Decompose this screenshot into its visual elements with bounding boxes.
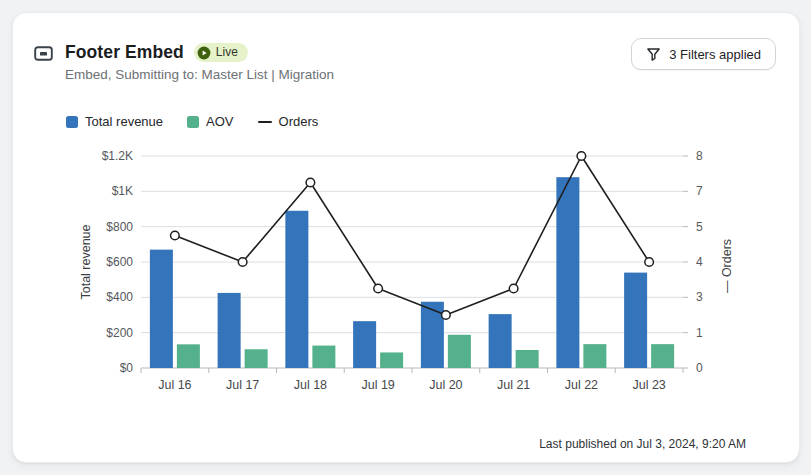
x-axis-label: Jul 16 [158, 378, 191, 392]
legend-swatch [66, 116, 78, 128]
left-axis-tick-label: $800 [106, 220, 133, 234]
right-axis-tick-label: 1 [696, 326, 703, 340]
revenue-bar[interactable] [624, 273, 647, 368]
revenue-bar[interactable] [489, 314, 512, 368]
legend-label: Total revenue [85, 114, 163, 129]
x-axis-label: Jul 23 [632, 378, 665, 392]
legend-label: AOV [206, 114, 233, 129]
left-axis-tick-label: $1.2K [102, 149, 133, 163]
legend-label: Orders [279, 114, 319, 129]
x-axis-label: Jul 17 [226, 378, 259, 392]
right-axis-title: — Orders [720, 239, 734, 293]
x-axis-label: Jul 19 [361, 378, 394, 392]
page-title: Footer Embed [65, 42, 184, 63]
orders-point[interactable] [171, 231, 180, 240]
aov-bar[interactable] [380, 352, 403, 368]
filter-funnel-icon [646, 47, 661, 62]
legend-item-total-revenue[interactable]: Total revenue [66, 114, 163, 129]
last-published: Last published on Jul 3, 2024, 9:20 AM [539, 437, 746, 451]
revenue-bar[interactable] [353, 321, 376, 368]
legend-line-marker [258, 121, 272, 123]
left-axis-tick-label: $0 [120, 361, 134, 375]
filters-applied-button[interactable]: 3 Filters applied [631, 38, 776, 70]
revenue-bar[interactable] [421, 302, 444, 368]
header-text: Footer Embed Live Embed, Submitting to: … [65, 42, 334, 82]
page-background: { "header": { "icon": "footer-embed-icon… [0, 0, 811, 475]
report-card: Footer Embed Live Embed, Submitting to: … [12, 12, 800, 463]
orders-point[interactable] [374, 284, 383, 293]
aov-bar[interactable] [516, 350, 539, 368]
chart-legend: Total revenueAOVOrders [66, 114, 318, 129]
revenue-bar[interactable] [556, 177, 579, 368]
aov-bar[interactable] [312, 346, 335, 368]
x-axis-label: Jul 22 [565, 378, 598, 392]
orders-point[interactable] [509, 284, 518, 293]
revenue-bar[interactable] [285, 211, 308, 368]
status-badge-label: Live [216, 45, 238, 60]
left-axis-tick-label: $600 [106, 255, 133, 269]
orders-point[interactable] [442, 311, 451, 320]
left-axis-title: Total revenue [79, 224, 93, 299]
revenue-bar[interactable] [150, 250, 173, 368]
revenue-bar[interactable] [218, 293, 241, 368]
aov-bar[interactable] [651, 344, 674, 368]
right-axis-tick-label: 5 [696, 220, 703, 234]
right-axis-tick-label: 3 [696, 290, 703, 304]
aov-bar[interactable] [448, 335, 471, 368]
right-axis-tick-label: 0 [696, 361, 703, 375]
chart-area: $00$2001$4003$6004$8005$1K7$1.2K8Jul 16J… [76, 143, 746, 405]
orders-point[interactable] [306, 178, 315, 187]
orders-point[interactable] [645, 258, 654, 267]
footer-embed-icon [34, 46, 53, 61]
filters-button-label: 3 Filters applied [669, 47, 761, 62]
legend-item-orders[interactable]: Orders [258, 114, 319, 129]
combo-chart-svg: $00$2001$4003$6004$8005$1K7$1.2K8Jul 16J… [76, 143, 746, 405]
left-axis-tick-label: $1K [112, 184, 133, 198]
aov-bar[interactable] [583, 344, 606, 368]
subtitle: Embed, Submitting to: Master List | Migr… [65, 67, 334, 82]
legend-swatch [187, 116, 199, 128]
left-axis-tick-label: $400 [106, 290, 133, 304]
legend-item-aov[interactable]: AOV [187, 114, 233, 129]
x-axis-label: Jul 18 [294, 378, 327, 392]
left-axis-tick-label: $200 [106, 326, 133, 340]
right-axis-tick-label: 8 [696, 149, 703, 163]
x-axis-label: Jul 21 [497, 378, 530, 392]
right-axis-tick-label: 7 [696, 184, 703, 198]
orders-point[interactable] [577, 152, 586, 161]
right-axis-tick-label: 4 [696, 255, 703, 269]
play-icon [197, 46, 211, 60]
status-badge: Live [194, 43, 248, 62]
x-axis-label: Jul 20 [429, 378, 462, 392]
orders-point[interactable] [238, 258, 247, 267]
aov-bar[interactable] [245, 349, 268, 368]
aov-bar[interactable] [177, 344, 200, 368]
